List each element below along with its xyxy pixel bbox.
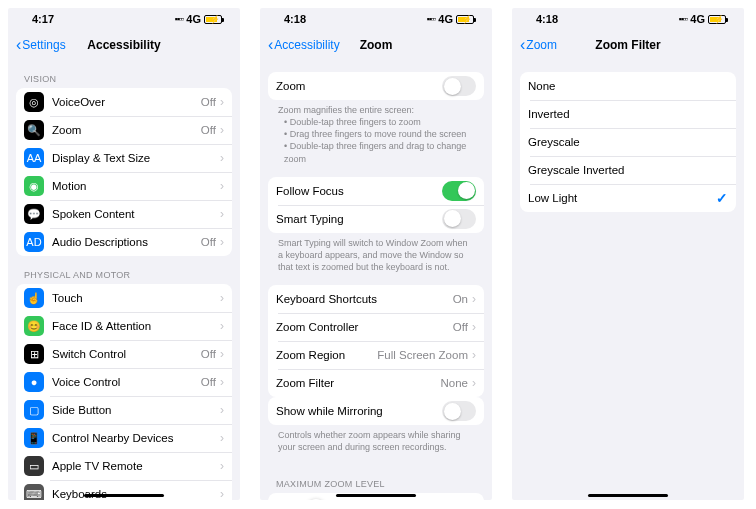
chevron-left-icon: ‹ (520, 37, 525, 53)
row-show-while-mirroring[interactable]: Show while Mirroring (268, 397, 484, 425)
row-display-text-size[interactable]: AADisplay & Text Size› (16, 144, 232, 172)
row-value: Off (201, 236, 216, 248)
content-scroll[interactable]: NoneInvertedGreyscaleGreyscale InvertedL… (512, 60, 744, 500)
row-apple-tv-remote[interactable]: ▭Apple TV Remote› (16, 452, 232, 480)
voiceover-icon: ◎ (24, 92, 44, 112)
phone-accessibility: 4:17 ▪▪▫▫ 4G ⚡ ‹ Settings Accessibility … (8, 8, 240, 500)
row-label: Side Button (52, 404, 220, 416)
content-scroll[interactable]: VISION◎VoiceOverOff›🔍ZoomOff›AADisplay &… (8, 60, 240, 500)
row-follow-focus[interactable]: Follow Focus (268, 177, 484, 205)
option-inverted[interactable]: Inverted (520, 100, 736, 128)
toggle-switch[interactable] (442, 76, 476, 96)
status-right: ▪▪▫▫ 4G ⚡ (175, 13, 222, 25)
row-touch[interactable]: ☝Touch› (16, 284, 232, 312)
chevron-right-icon: › (472, 320, 476, 334)
home-indicator[interactable] (336, 494, 416, 497)
row-label: Voice Control (52, 376, 201, 388)
row-label: Control Nearby Devices (52, 432, 220, 444)
row-voice-control[interactable]: ●Voice ControlOff› (16, 368, 232, 396)
chevron-right-icon: › (220, 403, 224, 417)
row-keyboards[interactable]: ⌨Keyboards› (16, 480, 232, 500)
toggle-switch[interactable] (442, 401, 476, 421)
option-greyscale-inverted[interactable]: Greyscale Inverted (520, 156, 736, 184)
network-label: 4G (690, 13, 705, 25)
chevron-right-icon: › (220, 347, 224, 361)
settings-group: Keyboard ShortcutsOn›Zoom ControllerOff›… (268, 285, 484, 397)
row-value: Full Screen Zoom (377, 349, 468, 361)
side-button-icon: ▢ (24, 400, 44, 420)
row-keyboard-shortcuts[interactable]: Keyboard ShortcutsOn› (268, 285, 484, 313)
text-size-icon: AA (24, 148, 44, 168)
nav-back-label: Accessibility (274, 38, 339, 52)
row-motion[interactable]: ◉Motion› (16, 172, 232, 200)
row-label: Show while Mirroring (276, 405, 442, 417)
chevron-right-icon: › (220, 95, 224, 109)
status-time: 4:17 (32, 13, 54, 25)
option-label: Greyscale (528, 136, 728, 148)
options-group: NoneInvertedGreyscaleGreyscale InvertedL… (520, 72, 736, 212)
status-bar: 4:17 ▪▪▫▫ 4G ⚡ (8, 8, 240, 30)
battery-icon: ⚡ (204, 15, 222, 24)
nav-back-button[interactable]: ‹ Accessibility (268, 37, 340, 53)
row-control-nearby[interactable]: 📱Control Nearby Devices› (16, 424, 232, 452)
keyboard-icon: ⌨ (24, 484, 44, 500)
content-scroll[interactable]: ZoomZoom magnifies the entire screen:Dou… (260, 60, 492, 500)
row-zoom-toggle[interactable]: Zoom (268, 72, 484, 100)
row-zoom-controller[interactable]: Zoom ControllerOff› (268, 313, 484, 341)
status-time: 4:18 (536, 13, 558, 25)
nav-back-label: Settings (22, 38, 65, 52)
section-header: VISION (16, 60, 232, 88)
signal-icon: ▪▪▫▫ (679, 14, 688, 24)
row-zoom-region[interactable]: Zoom RegionFull Screen Zoom› (268, 341, 484, 369)
status-bar: 4:18 ▪▪▫▫ 4G ⚡ (512, 8, 744, 30)
row-label: Display & Text Size (52, 152, 220, 164)
toggle-switch[interactable] (442, 209, 476, 229)
home-indicator[interactable] (84, 494, 164, 497)
row-switch-control[interactable]: ⊞Switch ControlOff› (16, 340, 232, 368)
network-label: 4G (438, 13, 453, 25)
signal-icon: ▪▪▫▫ (175, 14, 184, 24)
chevron-left-icon: ‹ (16, 37, 21, 53)
row-side-button[interactable]: ▢Side Button› (16, 396, 232, 424)
nav-back-button[interactable]: ‹ Settings (16, 37, 66, 53)
chevron-right-icon: › (220, 235, 224, 249)
row-value: Off (201, 124, 216, 136)
status-right: ▪▪▫▫ 4G ⚡ (679, 13, 726, 25)
chevron-right-icon: › (220, 179, 224, 193)
row-label: Touch (52, 292, 220, 304)
row-label: Smart Typing (276, 213, 442, 225)
chevron-right-icon: › (220, 319, 224, 333)
chevron-left-icon: ‹ (268, 37, 273, 53)
option-greyscale[interactable]: Greyscale (520, 128, 736, 156)
row-label: Face ID & Attention (52, 320, 220, 332)
nav-bar: ‹ Zoom Zoom Filter (512, 30, 744, 60)
row-label: Zoom Filter (276, 377, 441, 389)
row-label: Zoom (52, 124, 201, 136)
chevron-right-icon: › (220, 487, 224, 500)
row-audio-descriptions[interactable]: ADAudio DescriptionsOff› (16, 228, 232, 256)
option-label: Greyscale Inverted (528, 164, 728, 176)
home-indicator[interactable] (588, 494, 668, 497)
chevron-right-icon: › (472, 292, 476, 306)
row-smart-typing[interactable]: Smart Typing (268, 205, 484, 233)
chevron-right-icon: › (472, 348, 476, 362)
chevron-right-icon: › (220, 151, 224, 165)
chevron-right-icon: › (220, 459, 224, 473)
row-label: Keyboard Shortcuts (276, 293, 453, 305)
nav-back-button[interactable]: ‹ Zoom (520, 37, 557, 53)
row-value: Off (453, 321, 468, 333)
option-none[interactable]: None (520, 72, 736, 100)
option-low-light[interactable]: Low Light✓ (520, 184, 736, 212)
row-faceid-attention[interactable]: 😊Face ID & Attention› (16, 312, 232, 340)
settings-group: ◎VoiceOverOff›🔍ZoomOff›AADisplay & Text … (16, 88, 232, 256)
row-spoken-content[interactable]: 💬Spoken Content› (16, 200, 232, 228)
switch-icon: ⊞ (24, 344, 44, 364)
toggle-switch[interactable] (442, 181, 476, 201)
row-zoom[interactable]: 🔍ZoomOff› (16, 116, 232, 144)
row-voiceover[interactable]: ◎VoiceOverOff› (16, 88, 232, 116)
zoom-icon: 🔍 (24, 120, 44, 140)
chevron-right-icon: › (220, 375, 224, 389)
row-value: On (453, 293, 468, 305)
audio-desc-icon: AD (24, 232, 44, 252)
row-zoom-filter[interactable]: Zoom FilterNone› (268, 369, 484, 397)
